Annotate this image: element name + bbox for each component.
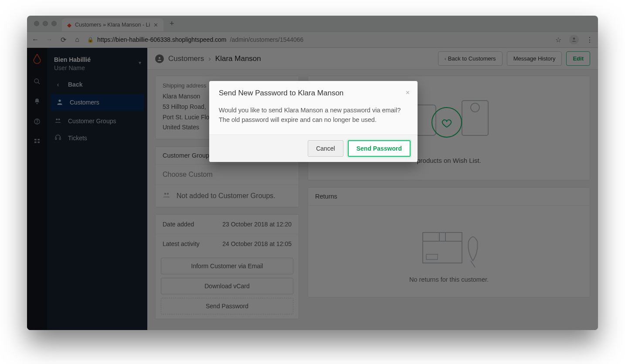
close-icon[interactable]: × xyxy=(406,89,410,97)
modal-title: Send New Password to Klara Manson xyxy=(219,89,343,97)
modal-backdrop[interactable] xyxy=(27,16,598,330)
browser-window: ◆ Customers » Klara Manson - Li ✕ + ← → … xyxy=(27,16,598,330)
modal-body-text: Would you like to send Klara Manson a ne… xyxy=(219,107,401,123)
send-password-modal: Send New Password to Klara Manson × Woul… xyxy=(209,81,418,162)
send-password-confirm-button[interactable]: Send Password xyxy=(348,140,411,157)
cancel-button[interactable]: Cancel xyxy=(308,140,343,157)
